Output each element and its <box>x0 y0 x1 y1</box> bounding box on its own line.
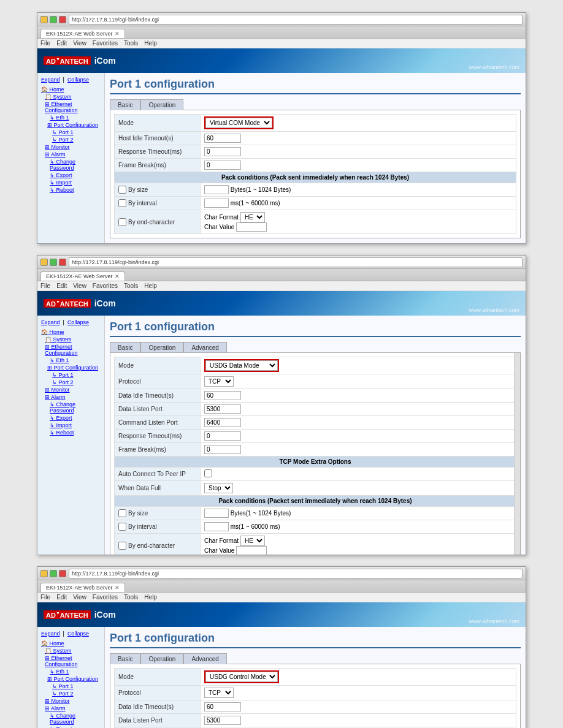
sidebar-eth-config-2[interactable]: ⊞ Ethernet Configuration <box>37 343 104 357</box>
sidebar-export-3[interactable]: ↳ Export <box>37 726 104 728</box>
char-value-input-2[interactable] <box>236 546 267 555</box>
sidebar-system-3[interactable]: 📋 System <box>37 647 104 654</box>
host-idle-input-1[interactable] <box>204 134 241 143</box>
minimize-btn-3[interactable] <box>40 570 48 577</box>
menu-view-1[interactable]: View <box>73 40 86 47</box>
when-data-full-select-2[interactable]: Stop <box>204 483 233 493</box>
maximize-btn-1[interactable] <box>50 16 57 23</box>
menu-favorites-3[interactable]: Favorites <box>93 594 118 601</box>
sidebar-port-config-1[interactable]: ⊞ Port Configuration <box>37 121 104 129</box>
cmd-listen-input-2[interactable] <box>204 418 241 427</box>
menu-help-2[interactable]: Help <box>144 282 157 289</box>
sidebar-monitor-2[interactable]: ⊞ Monitor <box>37 386 104 393</box>
close-btn-3[interactable] <box>59 570 66 577</box>
menu-favorites-1[interactable]: Favorites <box>93 40 118 47</box>
sidebar-alarm-3[interactable]: ⊞ Alarm <box>37 705 104 712</box>
sidebar-import-1[interactable]: ↳ Import <box>37 179 104 186</box>
by-interval-input-1[interactable] <box>204 199 229 208</box>
close-tab-icon-2[interactable]: ✕ <box>115 273 120 279</box>
mode-select-3[interactable]: USDG Control Mode USDG Data Mode <box>205 672 278 682</box>
data-idle-input-2[interactable] <box>204 391 241 400</box>
expand-link-1[interactable]: Expand <box>41 77 60 83</box>
address-bar-2[interactable]: http://172.17.8.119/cgi-bin/index.cgi <box>69 257 523 267</box>
menu-file-3[interactable]: File <box>40 594 50 601</box>
frame-break-input-1[interactable] <box>204 161 241 170</box>
browser-tab-2[interactable]: EKI-1512X-AE Web Server ✕ <box>40 271 125 281</box>
sidebar-reboot-2[interactable]: ↳ Reboot <box>37 429 104 436</box>
menu-tools-2[interactable]: Tools <box>124 282 138 289</box>
sidebar-port1-1[interactable]: ↳ Port 1 <box>37 129 104 136</box>
expand-link-3[interactable]: Expand <box>41 631 60 637</box>
tab-advanced-3[interactable]: Advanced <box>183 653 226 664</box>
address-bar-1[interactable]: http://172.17.8.119/cgi-bin/index.cgi <box>69 15 523 25</box>
tab-operation-2[interactable]: Operation <box>140 342 183 353</box>
sidebar-port2-2[interactable]: ↳ Port 2 <box>37 379 104 386</box>
auto-connect-checkbox-2[interactable] <box>204 469 212 477</box>
sidebar-export-1[interactable]: ↳ Export <box>37 172 104 179</box>
char-value-input-1[interactable] <box>236 222 267 232</box>
scrollbar-2[interactable] <box>514 353 520 555</box>
minimize-btn-2[interactable] <box>40 259 48 266</box>
data-idle-input-3[interactable] <box>204 702 241 711</box>
maximize-btn-2[interactable] <box>50 259 57 266</box>
sidebar-eth1-3[interactable]: ↳ Eth 1 <box>37 668 104 675</box>
sidebar-home-2[interactable]: 🏠 Home <box>37 328 104 336</box>
collapse-link-1[interactable]: Collapse <box>67 77 89 83</box>
by-interval-input-2[interactable] <box>204 522 229 531</box>
menu-view-2[interactable]: View <box>73 282 86 289</box>
sidebar-port2-1[interactable]: ↳ Port 2 <box>37 136 104 143</box>
sidebar-eth-config-3[interactable]: ⊞ Ethernet Configuration <box>37 654 104 668</box>
sidebar-eth1-1[interactable]: ↳ Eth 1 <box>37 114 104 121</box>
menu-help-3[interactable]: Help <box>144 594 157 601</box>
by-end-char-checkbox-1[interactable] <box>118 218 126 226</box>
collapse-link-3[interactable]: Collapse <box>67 631 89 637</box>
sidebar-changepw-1[interactable]: ↳ Change Password <box>37 158 104 172</box>
by-interval-checkbox-1[interactable] <box>118 199 126 207</box>
sidebar-import-2[interactable]: ↳ Import <box>37 422 104 429</box>
char-format-select-2[interactable]: HEX <box>240 536 265 546</box>
sidebar-port-config-2[interactable]: ⊞ Port Configuration <box>37 364 104 371</box>
menu-help-1[interactable]: Help <box>144 40 157 47</box>
minimize-btn-1[interactable] <box>40 16 48 23</box>
tab-advanced-2[interactable]: Advanced <box>183 342 226 353</box>
tab-basic-1[interactable]: Basic <box>110 99 140 110</box>
tab-operation-3[interactable]: Operation <box>140 653 183 664</box>
menu-file-1[interactable]: File <box>40 40 50 47</box>
address-bar-3[interactable]: http://172.17.8.119/cgi-bin/index.cgi <box>69 569 523 578</box>
close-btn-1[interactable] <box>59 16 66 23</box>
menu-edit-3[interactable]: Edit <box>56 594 67 601</box>
close-btn-2[interactable] <box>59 259 66 266</box>
menu-favorites-2[interactable]: Favorites <box>93 282 118 289</box>
menu-tools-3[interactable]: Tools <box>124 594 138 601</box>
sidebar-eth-config-1[interactable]: ⊞ Ethernet Configuration <box>37 100 104 114</box>
menu-view-3[interactable]: View <box>73 594 86 601</box>
sidebar-system-2[interactable]: 📋 System <box>37 336 104 343</box>
mode-select-1[interactable]: Virtual COM Mode TCP Server Mode <box>205 118 272 128</box>
data-listen-input-3[interactable] <box>204 716 241 725</box>
tab-basic-2[interactable]: Basic <box>110 342 140 353</box>
sidebar-monitor-3[interactable]: ⊞ Monitor <box>37 697 104 705</box>
collapse-link-2[interactable]: Collapse <box>67 319 89 325</box>
data-listen-input-2[interactable] <box>204 404 241 414</box>
menu-edit-2[interactable]: Edit <box>56 282 67 289</box>
protocol-select-3[interactable]: TCP UDP <box>204 688 234 698</box>
sidebar-changepw-3[interactable]: ↳ Change Password <box>37 712 104 726</box>
sidebar-home-3[interactable]: 🏠 Home <box>37 640 104 647</box>
sidebar-port1-2[interactable]: ↳ Port 1 <box>37 371 104 379</box>
browser-tab-1[interactable]: EKI-1512X-AE Web Server ✕ <box>40 29 125 38</box>
sidebar-export-2[interactable]: ↳ Export <box>37 414 104 422</box>
sidebar-port2-3[interactable]: ↳ Port 2 <box>37 690 104 697</box>
expand-link-2[interactable]: Expand <box>41 319 60 325</box>
mode-select-2[interactable]: USDG Data Mode USDG Control Mode <box>205 360 278 371</box>
sidebar-port1-3[interactable]: ↳ Port 1 <box>37 683 104 690</box>
char-format-select-1[interactable]: HEX <box>240 212 265 222</box>
by-size-input-2[interactable] <box>204 509 229 518</box>
menu-tools-1[interactable]: Tools <box>124 40 138 47</box>
by-size-checkbox-1[interactable] <box>118 186 126 194</box>
browser-tab-3[interactable]: EKI-1512X-AE Web Server ✕ <box>40 583 125 592</box>
tab-operation-1[interactable]: Operation <box>140 99 183 110</box>
sidebar-home-1[interactable]: 🏠 Home <box>37 86 104 93</box>
by-end-char-checkbox-2[interactable] <box>118 542 126 550</box>
sidebar-port-config-3[interactable]: ⊞ Port Configuration <box>37 675 104 683</box>
sidebar-eth1-2[interactable]: ↳ Eth 1 <box>37 357 104 364</box>
